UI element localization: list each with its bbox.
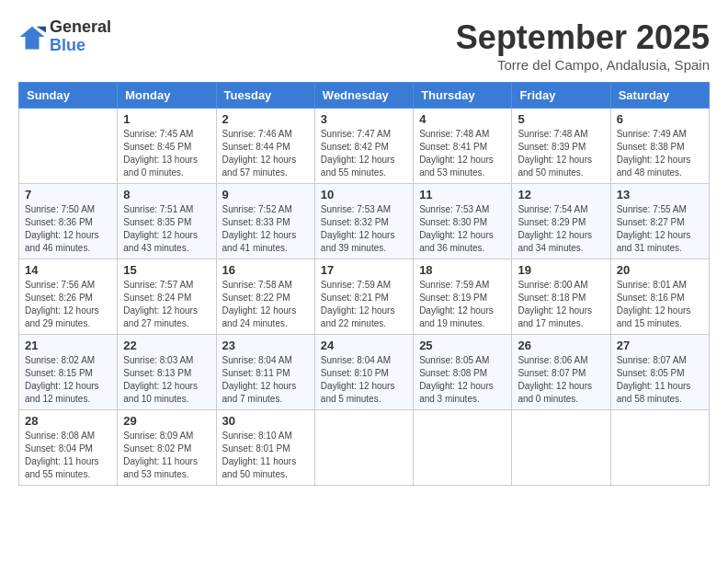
day-info: Sunrise: 7:54 AM Sunset: 8:29 PM Dayligh…: [518, 203, 604, 255]
day-number: 20: [617, 263, 703, 277]
day-number: 1: [123, 112, 210, 126]
calendar-header-tuesday: Tuesday: [216, 83, 314, 109]
day-info: Sunrise: 8:02 AM Sunset: 8:15 PM Dayligh…: [25, 354, 111, 406]
calendar-cell: 1Sunrise: 7:45 AM Sunset: 8:45 PM Daylig…: [118, 109, 216, 184]
day-number: 2: [222, 112, 309, 126]
day-number: 13: [617, 188, 703, 201]
calendar-cell: 12Sunrise: 7:54 AM Sunset: 8:29 PM Dayli…: [512, 184, 610, 259]
day-info: Sunrise: 7:48 AM Sunset: 8:41 PM Dayligh…: [419, 128, 506, 179]
calendar-cell: 17Sunrise: 7:59 AM Sunset: 8:21 PM Dayli…: [314, 259, 413, 335]
day-info: Sunrise: 8:08 AM Sunset: 8:04 PM Dayligh…: [25, 430, 111, 481]
day-info: Sunrise: 7:58 AM Sunset: 8:22 PM Dayligh…: [222, 279, 309, 330]
calendar-cell: 21Sunrise: 8:02 AM Sunset: 8:15 PM Dayli…: [19, 335, 118, 410]
day-number: 18: [419, 263, 506, 277]
day-number: 16: [222, 263, 309, 277]
day-info: Sunrise: 8:04 AM Sunset: 8:11 PM Dayligh…: [222, 354, 309, 406]
day-number: 4: [419, 112, 506, 126]
calendar-cell: 26Sunrise: 8:06 AM Sunset: 8:07 PM Dayli…: [512, 335, 610, 410]
calendar-header-thursday: Thursday: [414, 83, 512, 109]
calendar-cell: 22Sunrise: 8:03 AM Sunset: 8:13 PM Dayli…: [118, 335, 216, 410]
day-info: Sunrise: 8:10 AM Sunset: 8:01 PM Dayligh…: [222, 430, 309, 481]
day-number: 29: [123, 414, 210, 428]
calendar-cell: 6Sunrise: 7:49 AM Sunset: 8:38 PM Daylig…: [610, 109, 709, 184]
day-info: Sunrise: 7:53 AM Sunset: 8:30 PM Dayligh…: [419, 203, 506, 255]
day-number: 5: [518, 112, 604, 126]
calendar-week-row: 21Sunrise: 8:02 AM Sunset: 8:15 PM Dayli…: [19, 335, 710, 410]
day-number: 10: [321, 188, 407, 201]
calendar-cell: 18Sunrise: 7:59 AM Sunset: 8:19 PM Dayli…: [414, 259, 512, 335]
day-number: 6: [617, 112, 703, 126]
day-number: 15: [123, 263, 210, 277]
calendar-table: SundayMondayTuesdayWednesdayThursdayFrid…: [18, 82, 710, 486]
day-info: Sunrise: 8:00 AM Sunset: 8:18 PM Dayligh…: [518, 279, 604, 330]
calendar-cell: 9Sunrise: 7:52 AM Sunset: 8:33 PM Daylig…: [216, 184, 314, 259]
logo: General Blue: [18, 18, 111, 55]
calendar-cell: [19, 109, 118, 184]
day-number: 11: [419, 188, 506, 201]
calendar-cell: 14Sunrise: 7:56 AM Sunset: 8:26 PM Dayli…: [19, 259, 118, 335]
calendar-cell: 2Sunrise: 7:46 AM Sunset: 8:44 PM Daylig…: [216, 109, 314, 184]
calendar-header-monday: Monday: [118, 83, 216, 109]
calendar-header-saturday: Saturday: [610, 83, 709, 109]
logo-blue: Blue: [50, 37, 111, 55]
day-number: 7: [25, 188, 111, 201]
day-info: Sunrise: 7:56 AM Sunset: 8:26 PM Dayligh…: [25, 279, 111, 330]
calendar-week-row: 1Sunrise: 7:45 AM Sunset: 8:45 PM Daylig…: [19, 109, 710, 184]
calendar-cell: 27Sunrise: 8:07 AM Sunset: 8:05 PM Dayli…: [610, 335, 709, 410]
day-number: 27: [617, 339, 703, 352]
day-info: Sunrise: 7:53 AM Sunset: 8:32 PM Dayligh…: [321, 203, 407, 255]
calendar-cell: 15Sunrise: 7:57 AM Sunset: 8:24 PM Dayli…: [118, 259, 216, 335]
day-info: Sunrise: 7:52 AM Sunset: 8:33 PM Dayligh…: [222, 203, 309, 255]
day-number: 24: [321, 339, 407, 352]
day-number: 3: [321, 112, 407, 126]
calendar-cell: 25Sunrise: 8:05 AM Sunset: 8:08 PM Dayli…: [414, 335, 512, 410]
day-info: Sunrise: 7:55 AM Sunset: 8:27 PM Dayligh…: [617, 203, 703, 255]
page-header: General Blue September 2025 Torre del Ca…: [18, 18, 710, 73]
calendar-cell: 7Sunrise: 7:50 AM Sunset: 8:36 PM Daylig…: [19, 184, 118, 259]
logo-icon: [18, 23, 46, 51]
day-info: Sunrise: 7:59 AM Sunset: 8:21 PM Dayligh…: [321, 279, 407, 330]
day-info: Sunrise: 8:03 AM Sunset: 8:13 PM Dayligh…: [123, 354, 210, 406]
calendar-cell: 30Sunrise: 8:10 AM Sunset: 8:01 PM Dayli…: [216, 410, 314, 486]
calendar-cell: 29Sunrise: 8:09 AM Sunset: 8:02 PM Dayli…: [118, 410, 216, 486]
calendar-cell: 10Sunrise: 7:53 AM Sunset: 8:32 PM Dayli…: [314, 184, 413, 259]
day-info: Sunrise: 7:47 AM Sunset: 8:42 PM Dayligh…: [321, 128, 407, 179]
day-info: Sunrise: 8:06 AM Sunset: 8:07 PM Dayligh…: [518, 354, 604, 406]
calendar-header-wednesday: Wednesday: [314, 83, 413, 109]
logo-text: General Blue: [50, 18, 111, 55]
month-title: September 2025: [456, 18, 710, 57]
location: Torre del Campo, Andalusia, Spain: [456, 57, 710, 73]
day-number: 25: [419, 339, 506, 352]
day-number: 28: [25, 414, 111, 428]
day-info: Sunrise: 8:09 AM Sunset: 8:02 PM Dayligh…: [123, 430, 210, 481]
calendar-cell: [512, 410, 610, 486]
day-number: 30: [222, 414, 309, 428]
calendar-cell: [610, 410, 709, 486]
day-info: Sunrise: 7:45 AM Sunset: 8:45 PM Dayligh…: [123, 128, 210, 179]
calendar-cell: [414, 410, 512, 486]
calendar-cell: 3Sunrise: 7:47 AM Sunset: 8:42 PM Daylig…: [314, 109, 413, 184]
title-section: September 2025 Torre del Campo, Andalusi…: [456, 18, 710, 73]
calendar-week-row: 14Sunrise: 7:56 AM Sunset: 8:26 PM Dayli…: [19, 259, 710, 335]
day-number: 19: [518, 263, 604, 277]
calendar-week-row: 28Sunrise: 8:08 AM Sunset: 8:04 PM Dayli…: [19, 410, 710, 486]
day-info: Sunrise: 7:46 AM Sunset: 8:44 PM Dayligh…: [222, 128, 309, 179]
calendar-header-sunday: Sunday: [19, 83, 118, 109]
day-info: Sunrise: 7:49 AM Sunset: 8:38 PM Dayligh…: [617, 128, 703, 179]
day-number: 9: [222, 188, 309, 201]
day-info: Sunrise: 8:04 AM Sunset: 8:10 PM Dayligh…: [321, 354, 407, 406]
calendar-header-row: SundayMondayTuesdayWednesdayThursdayFrid…: [19, 83, 710, 109]
calendar-cell: 20Sunrise: 8:01 AM Sunset: 8:16 PM Dayli…: [610, 259, 709, 335]
calendar-cell: 4Sunrise: 7:48 AM Sunset: 8:41 PM Daylig…: [414, 109, 512, 184]
calendar-cell: 8Sunrise: 7:51 AM Sunset: 8:35 PM Daylig…: [118, 184, 216, 259]
calendar-cell: 24Sunrise: 8:04 AM Sunset: 8:10 PM Dayli…: [314, 335, 413, 410]
calendar-week-row: 7Sunrise: 7:50 AM Sunset: 8:36 PM Daylig…: [19, 184, 710, 259]
day-info: Sunrise: 7:50 AM Sunset: 8:36 PM Dayligh…: [25, 203, 111, 255]
calendar-cell: 28Sunrise: 8:08 AM Sunset: 8:04 PM Dayli…: [19, 410, 118, 486]
day-info: Sunrise: 7:57 AM Sunset: 8:24 PM Dayligh…: [123, 279, 210, 330]
day-number: 14: [25, 263, 111, 277]
day-number: 26: [518, 339, 604, 352]
day-info: Sunrise: 8:01 AM Sunset: 8:16 PM Dayligh…: [617, 279, 703, 330]
day-info: Sunrise: 7:59 AM Sunset: 8:19 PM Dayligh…: [419, 279, 506, 330]
calendar-cell: 13Sunrise: 7:55 AM Sunset: 8:27 PM Dayli…: [610, 184, 709, 259]
